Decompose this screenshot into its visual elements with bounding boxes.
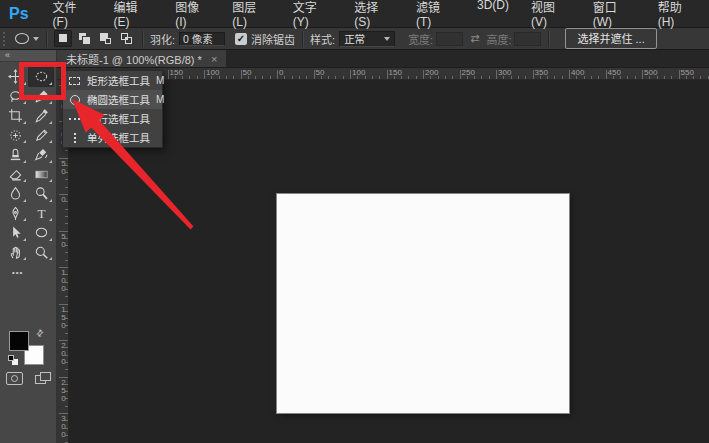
gradient-tool[interactable] (28, 165, 54, 185)
flyout-item-shortcut: M (156, 75, 164, 86)
crop-tool[interactable] (2, 106, 28, 126)
ruler-tick (233, 76, 234, 79)
screen-mode-button[interactable] (35, 372, 52, 385)
ruler-tick (270, 76, 271, 79)
spot-healing-brush-tool[interactable] (2, 126, 28, 146)
flyout-item-label: 单列选框工具 (87, 130, 150, 145)
flyout-item-label: 椭圆选框工具 (87, 92, 150, 107)
ruler-tick (671, 76, 672, 79)
single-column-marquee-icon (68, 133, 81, 143)
tool-options-bar: 羽化: ✓ 消除锯齿 样式: 正常 宽度: ⇄ 高度: 选择并遮住 ... (0, 28, 709, 50)
menu-item-1[interactable]: 文件(F) (42, 0, 103, 29)
ellipse-shape-tool[interactable] (28, 223, 54, 243)
menu-item-7[interactable]: 滤镜(T) (405, 0, 466, 29)
width-input[interactable] (436, 32, 463, 46)
quick-mask-mode-button[interactable] (6, 372, 23, 385)
flyout-item-single-column-marquee[interactable]: 单列选框工具 (63, 128, 162, 147)
ruler-label: 100 (352, 68, 365, 77)
blur-tool[interactable] (2, 184, 28, 204)
style-select-value: 正常 (344, 31, 365, 46)
antialias-label: 消除锯齿 (251, 31, 295, 47)
menu-item-3[interactable]: 图像(I) (164, 0, 221, 29)
tool-preset-picker[interactable] (15, 33, 39, 44)
selection-mode-buttons (54, 30, 135, 47)
tools-panel-header[interactable]: « (0, 50, 56, 62)
style-label: 样式: (310, 31, 335, 47)
ruler-tick (627, 76, 628, 79)
document-tab[interactable]: 未标题-1 @ 100%(RGB/8) * × (57, 50, 226, 67)
antialias-checkbox[interactable]: ✓ (235, 33, 247, 45)
add-to-selection-button[interactable] (75, 30, 93, 47)
lasso-tool[interactable] (2, 87, 28, 107)
quick-selection-tool[interactable] (28, 87, 54, 107)
new-selection-icon (57, 32, 70, 45)
menu-item-10[interactable]: 窗口(W) (582, 0, 647, 29)
ruler-tick (277, 70, 278, 79)
intersect-with-selection-button[interactable] (117, 30, 135, 47)
elliptical-marquee-tool[interactable] (28, 67, 54, 87)
menu-item-4[interactable]: 图层(L) (221, 0, 281, 29)
type-tool[interactable]: T (28, 204, 54, 224)
menu-item-11[interactable]: 帮助(H) (647, 0, 709, 29)
hand-tool[interactable] (2, 243, 28, 263)
ellipse-marquee-icon (68, 95, 81, 105)
path-selection-tool[interactable] (2, 223, 28, 243)
history-brush-tool[interactable] (28, 145, 54, 165)
style-select[interactable]: 正常 (339, 31, 395, 47)
subtract-from-selection-button[interactable] (96, 30, 114, 47)
flyout-item-ellipse-marquee[interactable]: 椭圆选框工具M (63, 90, 162, 109)
document-canvas[interactable] (277, 194, 569, 413)
foreground-color-swatch[interactable] (9, 331, 29, 351)
ruler-tick (262, 76, 263, 79)
separator (142, 31, 143, 47)
eraser-tool[interactable] (2, 165, 28, 185)
menu-item-5[interactable]: 文字(Y) (282, 0, 344, 29)
flyout-item-single-row-marquee[interactable]: 单行选框工具 (63, 109, 162, 128)
feather-input[interactable] (179, 32, 225, 46)
chevron-down-icon (33, 37, 39, 41)
eyedropper-tool[interactable] (28, 106, 54, 126)
menu-item-9[interactable]: 视图(V) (520, 0, 582, 29)
select-and-mask-button[interactable]: 选择并遮住 ... (565, 28, 656, 49)
ruler-tick (598, 76, 599, 79)
ruler-label: 100 (59, 268, 67, 292)
quick-mask-icon (11, 375, 18, 382)
horizontal-ruler[interactable]: 2502001501005005010015020025030035040045… (69, 68, 709, 80)
edit-toolbar-ellipsis[interactable]: ••• (12, 268, 56, 277)
swap-colors-icon[interactable]: ⇄ (34, 327, 46, 339)
width-label: 宽度: (408, 31, 433, 47)
ruler-tick (65, 369, 68, 370)
ruler-label: 450 (608, 68, 621, 77)
dodge-tool[interactable] (28, 184, 54, 204)
zoom-tool[interactable] (28, 243, 54, 263)
ruler-tick (562, 76, 563, 79)
flyout-item-rect-marquee[interactable]: 矩形选框工具M (63, 71, 162, 90)
ruler-tick (569, 70, 570, 79)
pen-tool[interactable] (2, 204, 28, 224)
menu-item-6[interactable]: 选择(S) (343, 0, 405, 29)
ruler-tick (387, 70, 388, 79)
flyout-item-shortcut: M (156, 94, 164, 105)
options-bar-grip[interactable] (3, 32, 6, 46)
ruler-tick (65, 223, 68, 224)
ruler-tick (525, 76, 526, 79)
collapse-panel-icon[interactable]: « (5, 50, 10, 60)
height-input[interactable] (514, 32, 541, 46)
ruler-tick (306, 76, 307, 79)
ruler-tick (460, 70, 461, 79)
ruler-tick (65, 216, 68, 217)
close-tab-icon[interactable]: × (211, 53, 217, 65)
brush-tool[interactable] (28, 126, 54, 146)
ruler-tick (65, 296, 68, 297)
new-selection-button[interactable] (54, 30, 72, 47)
menubar-items: 文件(F)编辑(E)图像(I)图层(L)文字(Y)选择(S)滤镜(T)3D(D)… (42, 0, 709, 29)
move-tool[interactable] (2, 67, 28, 87)
swap-width-height-icon[interactable]: ⇄ (470, 32, 479, 45)
feather-label: 羽化: (150, 31, 175, 47)
menu-item-2[interactable]: 编辑(E) (103, 0, 165, 29)
default-colors-icon[interactable] (8, 355, 18, 365)
ruler-tick (65, 406, 68, 407)
menu-item-8[interactable]: 3D(D) (466, 0, 520, 29)
clone-stamp-tool[interactable] (2, 145, 28, 165)
ruler-label: 250 (462, 68, 475, 77)
